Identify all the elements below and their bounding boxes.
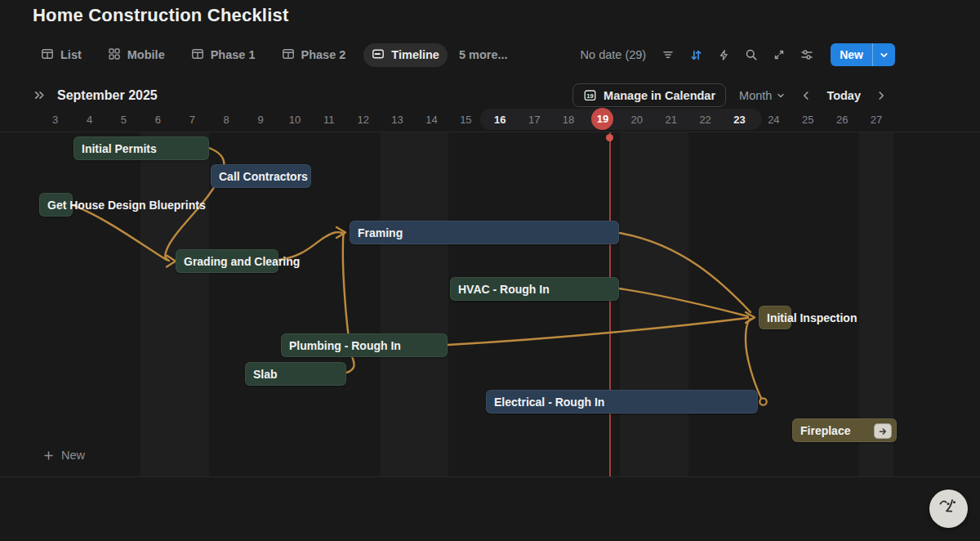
- view-tabs: ListMobilePhase 1Phase 2Timeline 5 more.…: [33, 43, 508, 67]
- ai-assistant-button[interactable]: [929, 490, 968, 528]
- view-tabs-row: ListMobilePhase 1Phase 2Timeline 5 more.…: [33, 41, 895, 69]
- bar-label: Initial Inspection: [767, 311, 857, 324]
- bar-label: Call Contractors: [219, 170, 308, 183]
- date-9: 9: [248, 114, 273, 126]
- new-button-chevron-down-icon[interactable]: [873, 43, 895, 66]
- date-16: 16: [488, 114, 512, 126]
- timeline-header-right: 19 Manage in Calendar Month Today: [572, 83, 889, 107]
- add-new-row-button[interactable]: New: [42, 449, 85, 462]
- timeline-icon: [372, 47, 385, 63]
- bar-label: Grading and Clearing: [184, 255, 300, 268]
- plus-icon: [42, 449, 55, 462]
- bar-label: Slab: [253, 368, 278, 381]
- bar-label: Get House Design Blueprints: [47, 199, 206, 212]
- date-4: 4: [78, 114, 102, 126]
- prev-period-button[interactable]: [799, 88, 813, 103]
- weekend-band: [654, 132, 688, 476]
- tab-label: Mobile: [127, 48, 165, 61]
- timeline-bar-get-house-design-blueprints[interactable]: Get House Design Blueprints: [39, 193, 73, 217]
- open-arrow-icon[interactable]: [874, 423, 892, 439]
- weekend-band: [415, 132, 449, 476]
- more-views-button[interactable]: 5 more...: [459, 48, 508, 61]
- table-icon: [282, 47, 295, 63]
- tab-phase-1[interactable]: Phase 1: [183, 43, 264, 67]
- tab-label: Phase 1: [211, 48, 256, 61]
- board-icon: [108, 47, 121, 63]
- timeline-bar-initial-permits[interactable]: Initial Permits: [74, 136, 209, 160]
- ai-face-icon: [929, 490, 968, 528]
- date-23: 23: [728, 114, 752, 126]
- chevron-down-icon: [776, 91, 786, 101]
- tab-mobile[interactable]: Mobile: [100, 43, 173, 67]
- no-date-filter-chip[interactable]: No date (29): [581, 48, 647, 61]
- new-button[interactable]: New: [831, 43, 895, 66]
- timeline-bar-electrical-rough-in[interactable]: Electrical - Rough In: [486, 390, 758, 414]
- timeline-bar-initial-inspection[interactable]: Initial Inspection: [759, 306, 791, 329]
- weekend-band: [175, 132, 209, 476]
- filter-icon[interactable]: [657, 44, 679, 65]
- weekend-band: [140, 132, 175, 476]
- date-20: 20: [625, 114, 649, 126]
- tab-phase-2[interactable]: Phase 2: [274, 43, 354, 67]
- dates-row: 3456789101112131415161718192021222324252…: [0, 108, 980, 131]
- svg-text:19: 19: [586, 92, 593, 100]
- table-icon: [41, 47, 54, 63]
- date-6: 6: [145, 114, 170, 126]
- zoom-level-select[interactable]: Month: [739, 89, 786, 102]
- zoom-level-value: Month: [739, 89, 772, 102]
- weekend-band: [620, 132, 654, 476]
- page-title[interactable]: Home Construction Checklist: [33, 5, 288, 26]
- timeline-bar-fireplace[interactable]: Fireplace: [792, 418, 897, 442]
- timeline-bar-grading-and-clearing[interactable]: Grading and Clearing: [176, 249, 278, 273]
- view-toolbar: No date (29) New: [581, 43, 895, 66]
- weekend-band: [381, 132, 415, 476]
- timeline-bar-slab[interactable]: Slab: [245, 362, 346, 386]
- date-13: 13: [385, 114, 410, 126]
- date-11: 11: [317, 114, 341, 126]
- date-3: 3: [43, 114, 68, 126]
- date-5: 5: [111, 114, 136, 126]
- date-12: 12: [351, 114, 376, 126]
- tab-list[interactable]: List: [33, 43, 90, 67]
- expand-icon[interactable]: [768, 44, 790, 65]
- tab-label: List: [60, 48, 82, 61]
- date-26: 26: [830, 114, 854, 126]
- tab-label: Timeline: [391, 48, 439, 61]
- tab-timeline[interactable]: Timeline: [363, 43, 448, 67]
- notion-timeline-page: Home Construction Checklist ListMobilePh…: [0, 0, 980, 541]
- table-icon: [191, 47, 204, 63]
- sort-icon[interactable]: [685, 44, 706, 65]
- timeline-bar-plumbing-rough-in[interactable]: Plumbing - Rough In: [281, 333, 448, 357]
- date-18: 18: [556, 114, 581, 126]
- date-21: 21: [659, 114, 684, 126]
- timeline-header: September 2025 19 Manage in Calendar Mon…: [33, 83, 889, 108]
- calendar-icon: 19: [583, 88, 597, 102]
- search-icon[interactable]: [741, 44, 762, 65]
- tab-label: Phase 2: [301, 48, 346, 61]
- new-button-label[interactable]: New: [831, 43, 872, 66]
- timeline-bar-call-contractors[interactable]: Call Contractors: [211, 164, 311, 188]
- timeline-bar-framing[interactable]: Framing: [350, 221, 619, 244]
- today-line: [609, 132, 611, 476]
- bar-label: Plumbing - Rough In: [289, 339, 401, 352]
- manage-in-calendar-button[interactable]: 19 Manage in Calendar: [572, 83, 726, 107]
- today-button[interactable]: Today: [826, 89, 861, 102]
- bar-label: Initial Permits: [82, 142, 157, 155]
- automations-icon[interactable]: [713, 44, 734, 65]
- date-10: 10: [283, 114, 307, 126]
- month-title: September 2025: [57, 88, 158, 103]
- view-settings-icon[interactable]: [796, 44, 817, 65]
- date-27: 27: [864, 114, 889, 126]
- date-25: 25: [795, 114, 820, 126]
- manage-in-calendar-label: Manage in Calendar: [604, 89, 715, 102]
- next-period-button[interactable]: [874, 88, 889, 103]
- date-22: 22: [693, 114, 718, 126]
- date-8: 8: [214, 114, 238, 126]
- double-chevron-right-icon[interactable]: [33, 88, 47, 102]
- timeline-header-left: September 2025: [33, 88, 158, 103]
- bar-label: Fireplace: [800, 424, 850, 437]
- date-17: 17: [522, 114, 546, 126]
- timeline-bar-hvac-rough-in[interactable]: HVAC - Rough In: [450, 277, 619, 301]
- date-7: 7: [180, 114, 204, 126]
- date-15: 15: [453, 114, 478, 126]
